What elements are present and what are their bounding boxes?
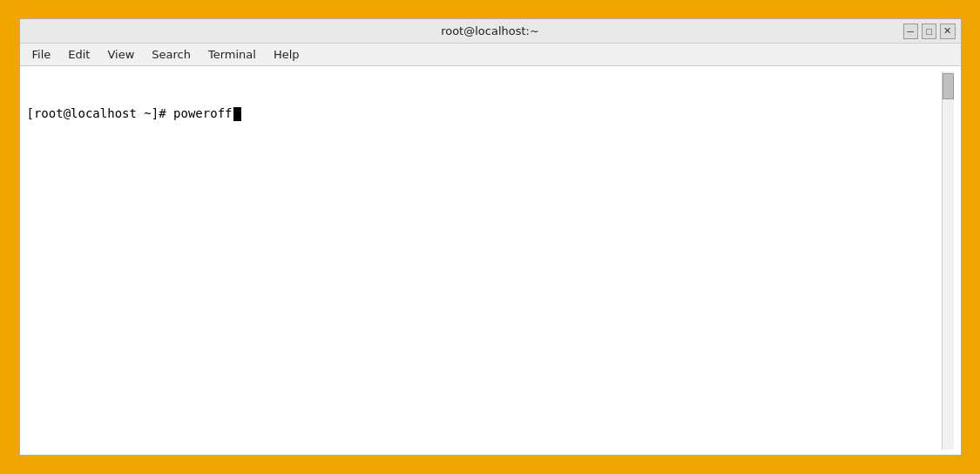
window-controls: ─ □ ✕ [903, 24, 956, 39]
maximize-button[interactable]: □ [922, 24, 936, 39]
terminal-body[interactable]: [root@localhost ~]# poweroff [20, 66, 961, 455]
menu-edit[interactable]: Edit [59, 46, 98, 63]
menu-help[interactable]: Help [265, 46, 308, 63]
menu-bar: File Edit View Search Terminal Help [20, 44, 961, 66]
title-bar: root@localhost:~ ─ □ ✕ [20, 19, 961, 44]
terminal-command: poweroff [173, 105, 232, 123]
close-button[interactable]: ✕ [940, 24, 955, 39]
minimize-button[interactable]: ─ [903, 24, 918, 39]
terminal-content[interactable]: [root@localhost ~]# poweroff [27, 71, 942, 450]
terminal-cursor [233, 107, 241, 121]
window-title: root@localhost:~ [78, 24, 903, 37]
scrollbar-thumb[interactable] [943, 73, 954, 99]
menu-terminal[interactable]: Terminal [199, 46, 265, 63]
menu-file[interactable]: File [24, 46, 60, 63]
window-outer: root@localhost:~ ─ □ ✕ File Edit View Se… [16, 15, 965, 459]
terminal-prompt: [root@localhost ~]# [27, 105, 174, 123]
menu-search[interactable]: Search [143, 46, 199, 63]
menu-view[interactable]: View [98, 46, 143, 63]
scrollbar[interactable] [942, 71, 954, 450]
command-line: [root@localhost ~]# poweroff [27, 105, 942, 123]
terminal-window: root@localhost:~ ─ □ ✕ File Edit View Se… [19, 18, 962, 456]
